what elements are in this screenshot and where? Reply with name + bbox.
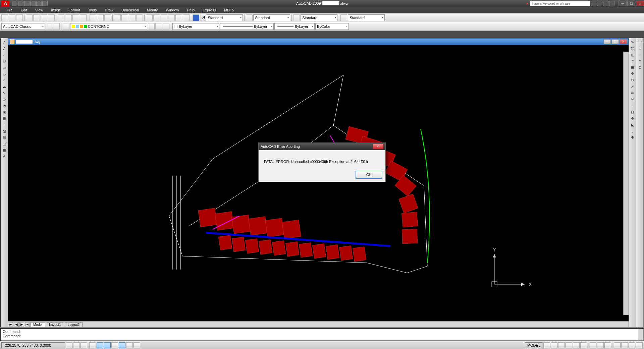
fillet-icon[interactable]: ◟: [630, 128, 636, 134]
make-block-icon[interactable]: ▦: [1, 115, 7, 121]
clean-screen-icon[interactable]: [636, 342, 643, 348]
tablestyle-combo[interactable]: Standard: [301, 14, 337, 21]
preview-icon[interactable]: [33, 14, 40, 21]
copy-icon[interactable]: [65, 14, 72, 21]
move-icon[interactable]: ✥: [630, 71, 636, 77]
dist-icon[interactable]: ⟷: [637, 39, 643, 45]
plot-icon[interactable]: [48, 14, 55, 21]
showmotion-icon[interactable]: [580, 342, 587, 348]
tab-layout2[interactable]: Layout2: [65, 322, 83, 327]
tab-model[interactable]: Model: [30, 322, 45, 327]
dcenter-icon[interactable]: [153, 14, 160, 21]
menu-view[interactable]: View: [31, 7, 47, 13]
zoom-status-icon[interactable]: [566, 342, 572, 348]
redo-icon[interactable]: [104, 14, 111, 21]
linetype-combo[interactable]: ByLayer: [220, 23, 274, 30]
zoom-win-icon[interactable]: [129, 14, 136, 21]
qp-button[interactable]: [133, 342, 140, 348]
break-icon[interactable]: ⊟: [630, 109, 636, 115]
ws-switch-icon[interactable]: [614, 342, 621, 348]
menu-draw[interactable]: Draw: [101, 7, 117, 13]
ssm-icon[interactable]: [168, 14, 175, 21]
layer-iso-icon[interactable]: [163, 23, 169, 30]
region-icon[interactable]: ▢: [1, 141, 7, 147]
circle-icon[interactable]: ○: [1, 77, 7, 83]
xline-icon[interactable]: ╱: [1, 45, 7, 51]
polygon-icon[interactable]: ⬠: [1, 58, 7, 64]
help-icon-tb[interactable]: [193, 14, 199, 21]
otrack-button[interactable]: [104, 342, 111, 348]
ws-settings-icon[interactable]: [46, 23, 52, 30]
quickview-drawings-icon[interactable]: [551, 342, 557, 348]
app-logo[interactable]: A: [1, 0, 9, 6]
hardware-icon[interactable]: [629, 342, 635, 348]
tab-first-icon[interactable]: ⏮: [9, 322, 13, 327]
mirror-icon[interactable]: ◫: [630, 52, 636, 58]
plotstyle-combo[interactable]: ByColor: [315, 23, 349, 30]
help-icon[interactable]: [591, 1, 596, 6]
region2-icon[interactable]: □: [637, 52, 643, 58]
mleaderstyle-combo[interactable]: Standard: [348, 14, 385, 21]
cmd-scrollbar[interactable]: [638, 329, 643, 340]
annoauto-icon[interactable]: [604, 342, 611, 348]
array-icon[interactable]: ▦: [630, 64, 636, 70]
doc-minimize-button[interactable]: ─: [603, 39, 611, 44]
steering-icon[interactable]: [573, 342, 580, 348]
undo-icon[interactable]: [97, 14, 104, 21]
snap-button[interactable]: [66, 342, 72, 348]
layer-state-icon[interactable]: [155, 23, 162, 30]
minimize-button[interactable]: ─: [619, 1, 627, 6]
print-icon[interactable]: [26, 14, 33, 21]
tab-prev-icon[interactable]: ◀: [14, 322, 19, 327]
zoom-prev-icon[interactable]: [136, 14, 143, 21]
tab-next-icon[interactable]: ▶: [19, 322, 24, 327]
osnap-button[interactable]: [97, 342, 103, 348]
gradient-icon[interactable]: ▤: [1, 134, 7, 140]
save-icon[interactable]: [16, 14, 23, 21]
help2-icon[interactable]: [609, 1, 614, 6]
info-icon[interactable]: ▸: [527, 1, 529, 6]
ellipse-icon[interactable]: ⬭: [1, 96, 7, 102]
pan-icon[interactable]: [114, 14, 121, 21]
ducs-button[interactable]: [111, 342, 118, 348]
menu-mdt5[interactable]: MDT5: [220, 7, 238, 13]
menu-dimension[interactable]: Dimension: [117, 7, 143, 13]
document-titlebar[interactable]: .dwg ─ ☐ ✕: [8, 38, 629, 45]
menu-insert[interactable]: Insert: [47, 7, 64, 13]
match-icon[interactable]: [80, 14, 87, 21]
ellipse-arc-icon[interactable]: ◔: [1, 103, 7, 109]
pan-status-icon[interactable]: [558, 342, 565, 348]
table-icon[interactable]: ▦: [1, 147, 7, 153]
menu-file[interactable]: File: [3, 7, 17, 13]
props-icon[interactable]: [146, 14, 153, 21]
arc-icon[interactable]: ◡: [1, 71, 7, 77]
zoom-rt-icon[interactable]: [121, 14, 128, 21]
vertical-scrollbar[interactable]: [623, 52, 629, 315]
open-icon[interactable]: [9, 14, 15, 21]
qat-undo-icon[interactable]: [36, 1, 42, 6]
offset-icon[interactable]: ⫽: [630, 58, 636, 64]
qat-redo-icon[interactable]: [42, 1, 48, 6]
model-space-button[interactable]: MODEL: [525, 342, 543, 348]
comm-icon[interactable]: [597, 1, 602, 6]
copy-obj-icon[interactable]: ⿻: [630, 45, 636, 51]
menu-help[interactable]: Help: [183, 7, 199, 13]
stretch-icon[interactable]: ⇔: [630, 90, 636, 96]
insert-icon[interactable]: ▣: [1, 109, 7, 115]
list-icon[interactable]: ≡: [637, 58, 643, 64]
menu-format[interactable]: Format: [64, 7, 84, 13]
lineweight-combo[interactable]: ByLayer: [274, 23, 315, 30]
grid-button[interactable]: [73, 342, 80, 348]
qat-save-icon[interactable]: [24, 1, 30, 6]
qcalc-icon[interactable]: [183, 14, 190, 21]
publish-icon[interactable]: [41, 14, 47, 21]
command-line[interactable]: Command: Command:: [0, 328, 644, 341]
drawing-canvas[interactable]: X Y: [8, 45, 629, 321]
qat-new-icon[interactable]: [12, 1, 17, 6]
dimstyle-icon[interactable]: [246, 14, 253, 21]
revcloud-icon[interactable]: ☁: [1, 83, 7, 90]
menu-express[interactable]: Express: [199, 7, 220, 13]
point-icon[interactable]: ·: [1, 122, 7, 128]
join-icon[interactable]: ⊕: [630, 115, 636, 121]
dialog-titlebar[interactable]: AutoCAD Error Aborting ✕: [259, 143, 385, 150]
